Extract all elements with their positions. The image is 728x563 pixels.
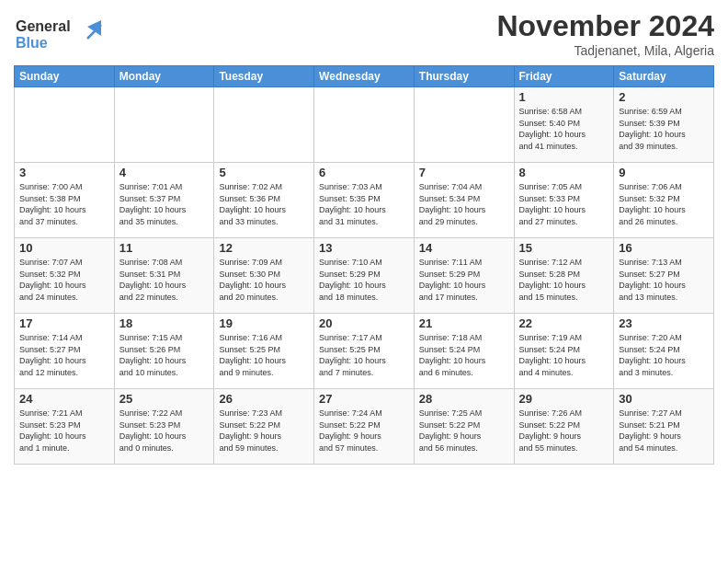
header-wednesday: Wednesday <box>314 66 415 87</box>
calendar-body: 1Sunrise: 6:58 AM Sunset: 5:40 PM Daylig… <box>15 87 714 465</box>
calendar-cell <box>214 87 314 163</box>
calendar-cell: 30Sunrise: 7:27 AM Sunset: 5:21 PM Dayli… <box>614 389 714 465</box>
day-number: 16 <box>619 241 709 255</box>
calendar-cell: 11Sunrise: 7:08 AM Sunset: 5:31 PM Dayli… <box>114 238 214 314</box>
calendar-cell: 28Sunrise: 7:25 AM Sunset: 5:22 PM Dayli… <box>414 389 514 465</box>
day-number: 17 <box>19 316 109 330</box>
day-info: Sunrise: 7:12 AM Sunset: 5:28 PM Dayligh… <box>519 257 609 303</box>
logo-text-block: General Blue <box>14 13 115 58</box>
day-number: 8 <box>519 166 609 179</box>
day-info: Sunrise: 6:59 AM Sunset: 5:39 PM Dayligh… <box>619 106 709 152</box>
day-number: 11 <box>119 241 210 255</box>
day-info: Sunrise: 7:21 AM Sunset: 5:23 PM Dayligh… <box>19 408 109 454</box>
month-title: November 2024 <box>496 9 714 43</box>
day-number: 14 <box>419 241 509 255</box>
header-row: Sunday Monday Tuesday Wednesday Thursday… <box>15 66 714 87</box>
calendar-cell: 23Sunrise: 7:20 AM Sunset: 5:24 PM Dayli… <box>614 314 714 389</box>
calendar-week-3: 10Sunrise: 7:07 AM Sunset: 5:32 PM Dayli… <box>15 238 714 314</box>
header-sunday: Sunday <box>15 66 115 87</box>
calendar-week-5: 24Sunrise: 7:21 AM Sunset: 5:23 PM Dayli… <box>15 389 714 465</box>
day-number: 23 <box>619 316 709 330</box>
calendar-cell: 5Sunrise: 7:02 AM Sunset: 5:36 PM Daylig… <box>214 163 314 238</box>
day-info: Sunrise: 7:16 AM Sunset: 5:25 PM Dayligh… <box>219 332 309 378</box>
day-number: 22 <box>519 316 609 330</box>
calendar-cell: 25Sunrise: 7:22 AM Sunset: 5:23 PM Dayli… <box>114 389 214 465</box>
day-number: 20 <box>319 316 409 330</box>
day-info: Sunrise: 7:22 AM Sunset: 5:23 PM Dayligh… <box>119 408 210 454</box>
day-number: 24 <box>19 392 109 406</box>
calendar-cell <box>15 87 115 163</box>
calendar-cell: 3Sunrise: 7:00 AM Sunset: 5:38 PM Daylig… <box>15 163 115 238</box>
day-number: 18 <box>119 316 210 330</box>
day-number: 4 <box>119 166 210 179</box>
calendar-header: Sunday Monday Tuesday Wednesday Thursday… <box>15 66 714 87</box>
day-number: 1 <box>519 90 609 104</box>
calendar-cell: 29Sunrise: 7:26 AM Sunset: 5:22 PM Dayli… <box>514 389 614 465</box>
day-info: Sunrise: 7:18 AM Sunset: 5:24 PM Dayligh… <box>419 332 509 378</box>
day-number: 2 <box>619 90 709 104</box>
day-info: Sunrise: 7:09 AM Sunset: 5:30 PM Dayligh… <box>219 257 309 303</box>
calendar-cell: 20Sunrise: 7:17 AM Sunset: 5:25 PM Dayli… <box>314 314 415 389</box>
day-number: 6 <box>319 166 409 179</box>
day-number: 10 <box>19 241 109 255</box>
header-monday: Monday <box>114 66 214 87</box>
title-block: November 2024 Tadjenanet, Mila, Algeria <box>496 9 714 58</box>
calendar-cell: 16Sunrise: 7:13 AM Sunset: 5:27 PM Dayli… <box>614 238 714 314</box>
day-info: Sunrise: 7:27 AM Sunset: 5:21 PM Dayligh… <box>619 408 709 454</box>
logo-svg: General Blue <box>14 13 115 54</box>
calendar-cell: 19Sunrise: 7:16 AM Sunset: 5:25 PM Dayli… <box>214 314 314 389</box>
day-info: Sunrise: 7:14 AM Sunset: 5:27 PM Dayligh… <box>19 332 109 378</box>
page-container: General Blue November 2024 Tadjenanet, M… <box>0 0 728 563</box>
calendar-cell: 13Sunrise: 7:10 AM Sunset: 5:29 PM Dayli… <box>314 238 415 314</box>
day-info: Sunrise: 7:07 AM Sunset: 5:32 PM Dayligh… <box>19 257 109 303</box>
day-number: 21 <box>419 316 509 330</box>
calendar-cell: 7Sunrise: 7:04 AM Sunset: 5:34 PM Daylig… <box>414 163 514 238</box>
calendar-cell: 17Sunrise: 7:14 AM Sunset: 5:27 PM Dayli… <box>15 314 115 389</box>
calendar-cell: 15Sunrise: 7:12 AM Sunset: 5:28 PM Dayli… <box>514 238 614 314</box>
calendar-cell: 18Sunrise: 7:15 AM Sunset: 5:26 PM Dayli… <box>114 314 214 389</box>
day-number: 12 <box>219 241 309 255</box>
day-info: Sunrise: 7:17 AM Sunset: 5:25 PM Dayligh… <box>319 332 409 378</box>
calendar-week-1: 1Sunrise: 6:58 AM Sunset: 5:40 PM Daylig… <box>15 87 714 163</box>
day-info: Sunrise: 7:15 AM Sunset: 5:26 PM Dayligh… <box>119 332 210 378</box>
day-number: 7 <box>419 166 509 179</box>
day-number: 27 <box>319 392 409 406</box>
calendar-cell: 1Sunrise: 6:58 AM Sunset: 5:40 PM Daylig… <box>514 87 614 163</box>
day-number: 15 <box>519 241 609 255</box>
calendar-cell: 14Sunrise: 7:11 AM Sunset: 5:29 PM Dayli… <box>414 238 514 314</box>
calendar-cell: 8Sunrise: 7:05 AM Sunset: 5:33 PM Daylig… <box>514 163 614 238</box>
day-info: Sunrise: 7:00 AM Sunset: 5:38 PM Dayligh… <box>19 181 109 227</box>
day-info: Sunrise: 7:26 AM Sunset: 5:22 PM Dayligh… <box>519 408 609 454</box>
calendar-cell: 21Sunrise: 7:18 AM Sunset: 5:24 PM Dayli… <box>414 314 514 389</box>
day-number: 5 <box>219 166 309 179</box>
calendar-cell <box>114 87 214 163</box>
day-info: Sunrise: 7:05 AM Sunset: 5:33 PM Dayligh… <box>519 181 609 227</box>
day-info: Sunrise: 7:08 AM Sunset: 5:31 PM Dayligh… <box>119 257 210 303</box>
day-number: 29 <box>519 392 609 406</box>
day-info: Sunrise: 7:01 AM Sunset: 5:37 PM Dayligh… <box>119 181 210 227</box>
calendar-cell: 4Sunrise: 7:01 AM Sunset: 5:37 PM Daylig… <box>114 163 214 238</box>
calendar-cell: 26Sunrise: 7:23 AM Sunset: 5:22 PM Dayli… <box>214 389 314 465</box>
header-friday: Friday <box>514 66 614 87</box>
day-info: Sunrise: 7:10 AM Sunset: 5:29 PM Dayligh… <box>319 257 409 303</box>
day-info: Sunrise: 7:19 AM Sunset: 5:24 PM Dayligh… <box>519 332 609 378</box>
calendar-cell <box>314 87 415 163</box>
day-number: 9 <box>619 166 709 179</box>
day-number: 25 <box>119 392 210 406</box>
calendar-week-2: 3Sunrise: 7:00 AM Sunset: 5:38 PM Daylig… <box>15 163 714 238</box>
calendar-cell: 12Sunrise: 7:09 AM Sunset: 5:30 PM Dayli… <box>214 238 314 314</box>
svg-text:Blue: Blue <box>16 35 48 51</box>
day-info: Sunrise: 7:04 AM Sunset: 5:34 PM Dayligh… <box>419 181 509 227</box>
day-info: Sunrise: 6:58 AM Sunset: 5:40 PM Dayligh… <box>519 106 609 152</box>
day-info: Sunrise: 7:20 AM Sunset: 5:24 PM Dayligh… <box>619 332 709 378</box>
day-info: Sunrise: 7:06 AM Sunset: 5:32 PM Dayligh… <box>619 181 709 227</box>
calendar-table: Sunday Monday Tuesday Wednesday Thursday… <box>14 65 714 465</box>
header-thursday: Thursday <box>414 66 514 87</box>
day-info: Sunrise: 7:11 AM Sunset: 5:29 PM Dayligh… <box>419 257 509 303</box>
calendar-cell: 2Sunrise: 6:59 AM Sunset: 5:39 PM Daylig… <box>614 87 714 163</box>
calendar-cell: 22Sunrise: 7:19 AM Sunset: 5:24 PM Dayli… <box>514 314 614 389</box>
header-saturday: Saturday <box>614 66 714 87</box>
day-info: Sunrise: 7:25 AM Sunset: 5:22 PM Dayligh… <box>419 408 509 454</box>
svg-text:General: General <box>16 18 71 34</box>
calendar-cell: 27Sunrise: 7:24 AM Sunset: 5:22 PM Dayli… <box>314 389 415 465</box>
